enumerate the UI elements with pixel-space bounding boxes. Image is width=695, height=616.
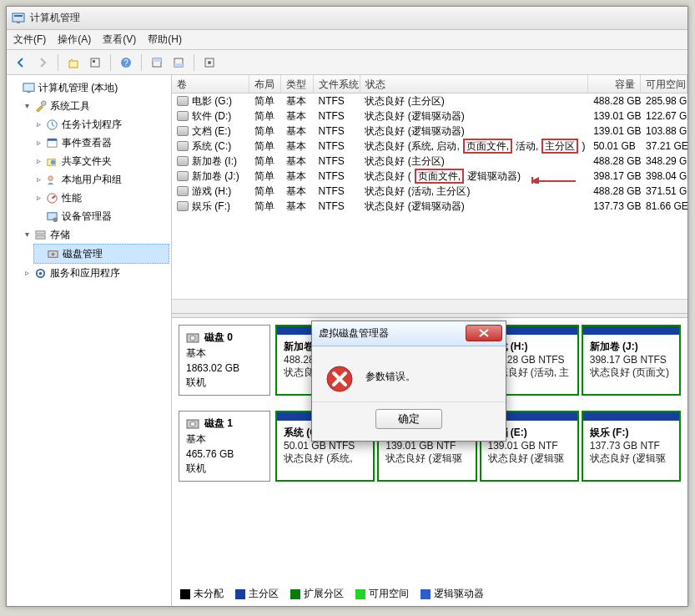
title-bar: 计算机管理 (7, 7, 687, 30)
col-type[interactable]: 类型 (281, 75, 313, 93)
col-volume[interactable]: 卷 (172, 75, 249, 93)
view-bottom-button[interactable] (169, 53, 188, 72)
volume-row[interactable]: 新加卷 (I:)简单基本NTFS状态良好 (主分区)488.28 GB348.2… (172, 154, 687, 169)
svg-rect-14 (23, 83, 34, 90)
tree-eventviewer[interactable]: 事件查看器 (62, 134, 112, 151)
list-scrollbar[interactable] (172, 299, 687, 313)
volume-row[interactable]: 文档 (E:)简单基本NTFS状态良好 (逻辑驱动器)139.01 GB103.… (172, 124, 687, 139)
tree-storage[interactable]: 存储 (50, 226, 70, 243)
toolbar: ? (7, 50, 687, 75)
volume-row[interactable]: 软件 (D:)简单基本NTFS状态良好 (逻辑驱动器)139.01 GB122.… (172, 109, 687, 124)
menu-help[interactable]: 帮助(H) (148, 33, 182, 47)
volume-row[interactable]: 新加卷 (J:)简单基本NTFS状态良好 (页面文件, 逻辑驱动器)398.17… (172, 169, 687, 184)
dialog-ok-button[interactable]: 确定 (375, 409, 442, 429)
services-icon (34, 267, 47, 280)
up-button[interactable] (64, 53, 83, 72)
svg-rect-11 (174, 63, 183, 67)
main-window: 计算机管理 文件(F) 操作(A) 查看(V) 帮助(H) ? 计算机管理 (本… (6, 6, 688, 607)
tree-services[interactable]: 服务和应用程序 (50, 265, 120, 281)
svg-point-30 (39, 271, 43, 275)
svg-rect-5 (93, 60, 95, 63)
help-button[interactable]: ? (117, 53, 135, 72)
col-filesystem[interactable]: 文件系统 (314, 75, 360, 93)
legend-logical: 逻辑驱动器 (434, 588, 484, 599)
error-dialog: 虚拟磁盘管理器 参数错误。 确定 (311, 321, 506, 442)
volume-icon (177, 141, 189, 151)
error-icon (325, 365, 354, 393)
volume-icon (177, 171, 189, 181)
dialog-title: 虚拟磁盘管理器 (319, 326, 389, 341)
volume-row[interactable]: 游戏 (H:)简单基本NTFS状态良好 (活动, 主分区)488.28 GB37… (172, 184, 687, 199)
menu-file[interactable]: 文件(F) (13, 33, 46, 47)
tree-system-tools[interactable]: 系统工具 (50, 98, 90, 114)
volume-list[interactable]: 电影 (G:)简单基本NTFS状态良好 (主分区)488.28 GB285.98… (172, 93, 687, 299)
menu-bar: 文件(F) 操作(A) 查看(V) 帮助(H) (7, 30, 687, 50)
legend-primary: 主分区 (249, 588, 279, 599)
dialog-message: 参数错误。 (365, 365, 415, 384)
tree-devmgr[interactable]: 设备管理器 (62, 208, 112, 225)
col-capacity[interactable]: 容量 (588, 75, 641, 93)
svg-point-21 (48, 175, 53, 180)
volume-icon (177, 96, 189, 106)
disk-info[interactable]: 磁盘 1基本465.76 GB联机 (179, 411, 270, 482)
tree-users[interactable]: 本地用户和组 (62, 171, 122, 188)
volume-icon (177, 156, 189, 166)
col-free[interactable]: 可用空间 (641, 75, 687, 93)
col-layout[interactable]: 布局 (249, 75, 281, 93)
diskmgmt-icon (47, 248, 59, 260)
volume-row[interactable]: 娱乐 (F:)简单基本NTFS状态良好 (逻辑驱动器)137.73 GB81.6… (172, 199, 687, 214)
svg-point-13 (208, 61, 211, 64)
menu-view[interactable]: 查看(V) (103, 33, 136, 47)
svg-text:?: ? (123, 58, 128, 68)
back-button[interactable] (12, 53, 30, 72)
disk-info[interactable]: 磁盘 0基本1863.02 GB联机 (179, 325, 270, 396)
dialog-titlebar: 虚拟磁盘管理器 (312, 321, 506, 346)
menu-action[interactable]: 操作(A) (58, 33, 91, 47)
view-top-button[interactable] (148, 53, 166, 72)
svg-rect-2 (17, 22, 20, 23)
tools-icon (34, 100, 47, 113)
tree-root[interactable]: 计算机管理 (本地) (38, 79, 118, 96)
properties-button[interactable] (86, 53, 104, 72)
app-icon (12, 12, 25, 25)
svg-point-38 (190, 336, 195, 341)
eventviewer-icon (46, 137, 58, 149)
partition[interactable]: 新加卷 (J:)398.17 GB NTFS状态良好 (页面文) (582, 325, 681, 396)
tree-scheduler[interactable]: 任务计划程序 (62, 116, 122, 133)
volume-list-header: 卷 布局 类型 文件系统 状态 容量 可用空间 (172, 75, 687, 93)
partition[interactable]: 娱乐 (F:)137.73 GB NTF状态良好 (逻辑驱 (582, 411, 681, 482)
svg-point-40 (190, 422, 195, 427)
svg-rect-0 (13, 13, 24, 22)
close-icon (478, 329, 490, 337)
legend-extended: 扩展分区 (304, 588, 344, 599)
svg-point-28 (52, 252, 55, 255)
svg-rect-18 (48, 139, 57, 146)
disk-icon (186, 332, 199, 344)
legend-unallocated: 未分配 (194, 588, 224, 599)
highlighted-status: 页面文件, (463, 139, 512, 154)
tree-shared[interactable]: 共享文件夹 (62, 153, 112, 169)
disk-icon (186, 418, 199, 430)
settings-button[interactable] (200, 53, 219, 72)
volume-icon (177, 201, 189, 211)
svg-rect-19 (48, 138, 57, 140)
col-status[interactable]: 状态 (360, 75, 588, 93)
navigation-tree[interactable]: 计算机管理 (本地) ▾系统工具 ▹任务计划程序 ▹事件查看器 ▹共享文件夹 ▹… (7, 75, 172, 606)
legend-free: 可用空间 (369, 588, 409, 599)
volume-icon (177, 186, 189, 196)
volume-icon (177, 126, 189, 136)
svg-rect-9 (153, 58, 161, 62)
dialog-close-button[interactable] (466, 325, 502, 341)
shared-icon (46, 155, 58, 168)
volume-icon (177, 111, 189, 121)
svg-rect-25 (36, 230, 45, 234)
scheduler-icon (46, 119, 58, 131)
svg-rect-3 (69, 61, 78, 68)
volume-row[interactable]: 电影 (G:)简单基本NTFS状态良好 (主分区)488.28 GB285.98… (172, 93, 687, 109)
highlighted-status: 主分区 (541, 139, 578, 154)
forward-button[interactable] (33, 53, 52, 72)
storage-icon (34, 229, 47, 241)
tree-diskmgmt[interactable]: 磁盘管理 (63, 245, 103, 262)
volume-row[interactable]: 系统 (C:)简单基本NTFS状态良好 (系统, 启动, 页面文件, 活动, 主… (172, 139, 687, 154)
tree-perf[interactable]: 性能 (62, 189, 82, 206)
